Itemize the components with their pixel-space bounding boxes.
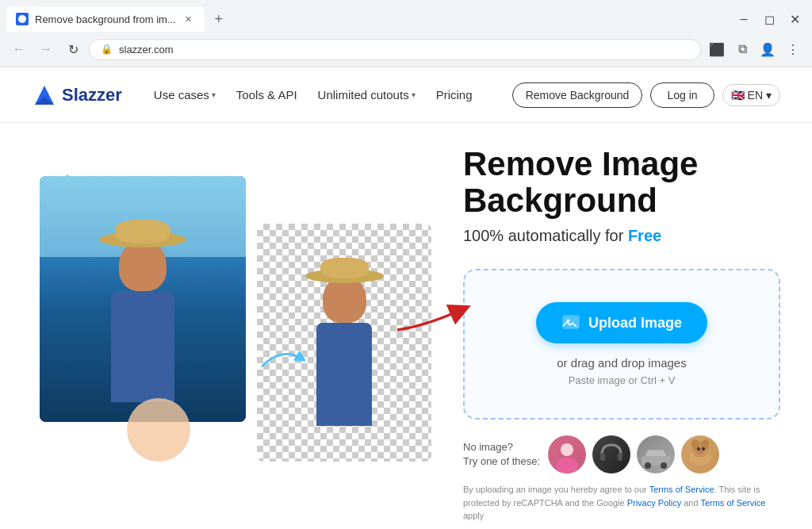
tab-close-button[interactable]: ✕ — [182, 13, 195, 25]
sample-thumb-car[interactable] — [637, 435, 675, 473]
upload-image-button[interactable]: Upload Image — [536, 302, 707, 343]
svg-point-21 — [702, 447, 705, 450]
sample-images-row: No image? Try one of these: — [463, 435, 780, 473]
decorative-circle — [127, 398, 190, 462]
upload-icon — [561, 313, 580, 332]
svg-point-14 — [661, 462, 667, 469]
back-button[interactable]: ← — [8, 38, 30, 60]
remove-background-button[interactable]: Remove Background — [512, 82, 643, 108]
profile-icon[interactable]: 👤 — [756, 38, 779, 60]
new-tab-button[interactable]: + — [208, 8, 230, 30]
browser-chrome: Remove background from im... ✕ + – ◻ ✕ ←… — [0, 0, 812, 67]
minimize-button[interactable]: – — [733, 8, 755, 30]
svg-point-8 — [561, 443, 573, 456]
flag-icon: 🇬🇧 — [731, 89, 745, 102]
sample-thumb-dog[interactable] — [681, 435, 719, 473]
tab-controls: – ◻ ✕ — [733, 8, 806, 30]
tab-title: Remove background from im... — [35, 13, 176, 25]
cutouts-chevron: ▾ — [412, 90, 416, 99]
website-content: Slazzer Use cases ▾ Tools & API Unlimite… — [0, 67, 812, 529]
sample-thumbs — [548, 435, 719, 473]
main-content: Remove Image Background 100% automatical… — [0, 123, 812, 529]
main-nav: Use cases ▾ Tools & API Unlimited cutout… — [146, 83, 512, 106]
upload-area[interactable]: Upload Image or drag and drop images Pas… — [463, 269, 780, 420]
logo-text: Slazzer — [62, 85, 122, 105]
tab-bar: Remove background from im... ✕ + – ◻ ✕ — [0, 0, 812, 32]
active-tab[interactable]: Remove background from im... ✕ — [6, 6, 205, 32]
nav-use-cases[interactable]: Use cases ▾ — [146, 83, 224, 106]
close-button[interactable]: ✕ — [783, 8, 806, 30]
svg-rect-11 — [618, 453, 622, 461]
nav-tools-api[interactable]: Tools & API — [228, 83, 305, 106]
maximize-button[interactable]: ◻ — [758, 8, 780, 30]
logo-link[interactable]: Slazzer — [32, 82, 122, 108]
footer-note: By uploading an image you hereby agree t… — [463, 483, 780, 523]
more-options-icon[interactable]: ⋮ — [782, 38, 804, 60]
address-bar[interactable]: 🔒 slazzer.com — [89, 39, 701, 60]
url-display: slazzer.com — [119, 44, 689, 56]
reload-button[interactable]: ↻ — [62, 38, 84, 60]
cta-title: Remove Image Background — [463, 146, 780, 219]
lock-icon: 🔒 — [101, 44, 113, 55]
toolbar-icons: ⬛ ⧉ 👤 ⋮ — [706, 38, 804, 60]
sample-thumb-headphones[interactable] — [592, 435, 630, 473]
nav-unlimited-cutouts[interactable]: Unlimited cutouts ▾ — [310, 83, 423, 106]
red-arrow — [393, 286, 473, 334]
tos2-link[interactable]: Terms of Service — [700, 498, 765, 508]
paste-text: Paste image or Ctrl + V — [488, 374, 755, 386]
privacy-link[interactable]: Privacy Policy — [627, 498, 681, 508]
svg-rect-10 — [600, 453, 605, 461]
cast-icon[interactable]: ⬛ — [706, 38, 728, 60]
drag-drop-text: or drag and drop images — [488, 356, 755, 370]
image-content — [40, 176, 246, 422]
site-header: Slazzer Use cases ▾ Tools & API Unlimite… — [0, 67, 812, 123]
hero-images — [32, 160, 431, 493]
cta-panel: Remove Image Background 100% automatical… — [463, 130, 780, 523]
svg-point-0 — [18, 15, 26, 23]
logo-icon — [32, 82, 57, 108]
nav-pricing[interactable]: Pricing — [428, 83, 481, 106]
tos-link[interactable]: Terms of Service — [649, 485, 714, 494]
forward-button[interactable]: → — [35, 38, 57, 60]
use-cases-chevron: ▾ — [212, 90, 216, 99]
sample-thumb-person[interactable] — [548, 435, 586, 473]
svg-point-20 — [697, 447, 700, 450]
header-actions: Remove Background Log in 🇬🇧 EN ▾ — [512, 82, 780, 108]
between-images-arrow — [258, 343, 305, 374]
tab-grid-icon[interactable]: ⧉ — [731, 38, 753, 60]
language-selector[interactable]: 🇬🇧 EN ▾ — [722, 84, 780, 106]
nav-bar: ← → ↻ 🔒 slazzer.com ⬛ ⧉ 👤 ⋮ — [0, 32, 812, 67]
no-image-text: No image? Try one of these: — [463, 440, 540, 469]
free-label: Free — [628, 227, 661, 244]
svg-point-9 — [556, 458, 578, 473]
login-button[interactable]: Log in — [650, 82, 714, 108]
cta-subtitle: 100% automatically for Free — [463, 227, 780, 245]
svg-point-13 — [645, 462, 651, 469]
hero-image-original — [40, 176, 246, 422]
lang-chevron: ▾ — [766, 89, 772, 102]
tab-favicon — [16, 13, 29, 25]
